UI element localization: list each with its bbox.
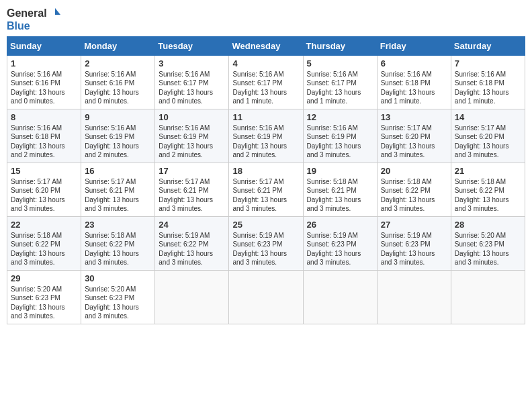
calendar-week-5: 29Sunrise: 5:20 AMSunset: 6:23 PMDayligh… (7, 270, 525, 324)
calendar-cell: 26Sunrise: 5:19 AMSunset: 6:23 PMDayligh… (303, 216, 377, 270)
calendar-cell: 10Sunrise: 5:16 AMSunset: 6:19 PMDayligh… (155, 109, 229, 163)
calendar-cell: 29Sunrise: 5:20 AMSunset: 6:23 PMDayligh… (7, 270, 81, 324)
day-number: 22 (11, 220, 77, 230)
calendar-cell: 3Sunrise: 5:16 AMSunset: 6:17 PMDaylight… (155, 55, 229, 109)
day-info: Sunrise: 5:17 AMSunset: 6:20 PMDaylight:… (11, 177, 77, 214)
day-info: Sunrise: 5:19 AMSunset: 6:22 PMDaylight:… (159, 231, 225, 267)
day-info: Sunrise: 5:19 AMSunset: 6:23 PMDaylight:… (232, 231, 299, 267)
calendar-table: SundayMondayTuesdayWednesdayThursdayFrid… (7, 36, 525, 324)
day-info: Sunrise: 5:17 AMSunset: 6:20 PMDaylight:… (381, 124, 447, 160)
calendar-cell: 24Sunrise: 5:19 AMSunset: 6:22 PMDayligh… (155, 216, 229, 270)
calendar-cell: 8Sunrise: 5:16 AMSunset: 6:18 PMDaylight… (7, 109, 81, 163)
calendar-week-4: 22Sunrise: 5:18 AMSunset: 6:22 PMDayligh… (7, 216, 525, 270)
calendar-cell (155, 270, 229, 324)
calendar-cell: 14Sunrise: 5:17 AMSunset: 6:20 PMDayligh… (451, 109, 525, 163)
weekday-header-saturday: Saturday (451, 36, 525, 55)
day-number: 8 (11, 112, 77, 122)
day-info: Sunrise: 5:18 AMSunset: 6:22 PMDaylight:… (455, 177, 521, 214)
logo-container: General Blue (7, 7, 62, 32)
day-info: Sunrise: 5:18 AMSunset: 6:22 PMDaylight:… (11, 231, 77, 267)
calendar-cell: 17Sunrise: 5:17 AMSunset: 6:21 PMDayligh… (155, 163, 229, 216)
day-number: 29 (11, 273, 77, 283)
day-number: 1 (11, 58, 77, 68)
day-number: 19 (307, 166, 373, 176)
logo-general: General (7, 7, 47, 19)
day-number: 10 (159, 112, 225, 122)
day-info: Sunrise: 5:16 AMSunset: 6:18 PMDaylight:… (11, 124, 77, 160)
calendar-cell: 9Sunrise: 5:16 AMSunset: 6:19 PMDaylight… (81, 109, 155, 163)
calendar-cell: 4Sunrise: 5:16 AMSunset: 6:17 PMDaylight… (229, 55, 303, 109)
day-number: 30 (85, 273, 151, 283)
calendar-cell: 20Sunrise: 5:18 AMSunset: 6:22 PMDayligh… (377, 163, 451, 216)
day-info: Sunrise: 5:16 AMSunset: 6:17 PMDaylight:… (159, 70, 225, 106)
calendar-cell: 28Sunrise: 5:20 AMSunset: 6:23 PMDayligh… (451, 216, 525, 270)
day-info: Sunrise: 5:16 AMSunset: 6:19 PMDaylight:… (159, 124, 225, 160)
weekday-header-monday: Monday (81, 36, 155, 55)
day-number: 11 (232, 112, 299, 122)
day-number: 4 (232, 58, 299, 68)
day-info: Sunrise: 5:16 AMSunset: 6:19 PMDaylight:… (85, 124, 151, 160)
weekday-header-wednesday: Wednesday (229, 36, 303, 55)
calendar-cell: 27Sunrise: 5:19 AMSunset: 6:23 PMDayligh… (377, 216, 451, 270)
day-number: 25 (232, 220, 299, 230)
day-number: 26 (307, 220, 373, 230)
day-number: 13 (381, 112, 447, 122)
day-info: Sunrise: 5:18 AMSunset: 6:22 PMDaylight:… (381, 177, 447, 214)
calendar-cell: 22Sunrise: 5:18 AMSunset: 6:22 PMDayligh… (7, 216, 81, 270)
calendar-cell (377, 270, 451, 324)
day-info: Sunrise: 5:19 AMSunset: 6:23 PMDaylight:… (381, 231, 447, 267)
calendar-cell: 6Sunrise: 5:16 AMSunset: 6:18 PMDaylight… (377, 55, 451, 109)
day-number: 5 (307, 58, 373, 68)
page-header: General Blue (7, 7, 525, 32)
day-info: Sunrise: 5:16 AMSunset: 6:18 PMDaylight:… (455, 70, 521, 106)
day-number: 28 (455, 220, 521, 230)
day-info: Sunrise: 5:17 AMSunset: 6:21 PMDaylight:… (159, 177, 225, 214)
calendar-cell (303, 270, 377, 324)
weekday-header-thursday: Thursday (303, 36, 377, 55)
logo: General Blue (7, 7, 62, 32)
day-info: Sunrise: 5:16 AMSunset: 6:16 PMDaylight:… (11, 70, 77, 106)
calendar-week-2: 8Sunrise: 5:16 AMSunset: 6:18 PMDaylight… (7, 109, 525, 163)
day-info: Sunrise: 5:16 AMSunset: 6:18 PMDaylight:… (381, 70, 447, 106)
day-number: 20 (381, 166, 447, 176)
calendar-header-row: SundayMondayTuesdayWednesdayThursdayFrid… (7, 36, 525, 55)
day-number: 24 (159, 220, 225, 230)
day-info: Sunrise: 5:16 AMSunset: 6:19 PMDaylight:… (307, 124, 373, 160)
day-number: 27 (381, 220, 447, 230)
calendar-cell (451, 270, 525, 324)
day-number: 12 (307, 112, 373, 122)
day-info: Sunrise: 5:19 AMSunset: 6:23 PMDaylight:… (307, 231, 373, 267)
day-info: Sunrise: 5:20 AMSunset: 6:23 PMDaylight:… (455, 231, 521, 267)
day-number: 3 (159, 58, 225, 68)
calendar-cell: 16Sunrise: 5:17 AMSunset: 6:21 PMDayligh… (81, 163, 155, 216)
day-number: 14 (455, 112, 521, 122)
day-number: 15 (11, 166, 77, 176)
calendar-cell: 13Sunrise: 5:17 AMSunset: 6:20 PMDayligh… (377, 109, 451, 163)
calendar-cell: 15Sunrise: 5:17 AMSunset: 6:20 PMDayligh… (7, 163, 81, 216)
calendar-cell: 30Sunrise: 5:20 AMSunset: 6:23 PMDayligh… (81, 270, 155, 324)
weekday-header-tuesday: Tuesday (155, 36, 229, 55)
calendar-cell: 1Sunrise: 5:16 AMSunset: 6:16 PMDaylight… (7, 55, 81, 109)
logo-arrow-icon (48, 7, 62, 20)
weekday-header-sunday: Sunday (7, 36, 81, 55)
day-number: 16 (85, 166, 151, 176)
calendar-cell: 19Sunrise: 5:18 AMSunset: 6:21 PMDayligh… (303, 163, 377, 216)
day-info: Sunrise: 5:16 AMSunset: 6:17 PMDaylight:… (307, 70, 373, 106)
day-number: 23 (85, 220, 151, 230)
day-info: Sunrise: 5:17 AMSunset: 6:21 PMDaylight:… (85, 177, 151, 214)
calendar-week-1: 1Sunrise: 5:16 AMSunset: 6:16 PMDaylight… (7, 55, 525, 109)
day-number: 2 (85, 58, 151, 68)
calendar-cell: 23Sunrise: 5:18 AMSunset: 6:22 PMDayligh… (81, 216, 155, 270)
day-number: 7 (455, 58, 521, 68)
day-info: Sunrise: 5:16 AMSunset: 6:19 PMDaylight:… (232, 124, 299, 160)
day-number: 21 (455, 166, 521, 176)
calendar-cell: 2Sunrise: 5:16 AMSunset: 6:16 PMDaylight… (81, 55, 155, 109)
logo-blue: Blue (7, 20, 62, 32)
calendar-cell: 5Sunrise: 5:16 AMSunset: 6:17 PMDaylight… (303, 55, 377, 109)
calendar-cell: 21Sunrise: 5:18 AMSunset: 6:22 PMDayligh… (451, 163, 525, 216)
day-number: 17 (159, 166, 225, 176)
day-info: Sunrise: 5:18 AMSunset: 6:21 PMDaylight:… (307, 177, 373, 214)
weekday-header-friday: Friday (377, 36, 451, 55)
day-info: Sunrise: 5:20 AMSunset: 6:23 PMDaylight:… (11, 285, 77, 321)
calendar-cell: 18Sunrise: 5:17 AMSunset: 6:21 PMDayligh… (229, 163, 303, 216)
